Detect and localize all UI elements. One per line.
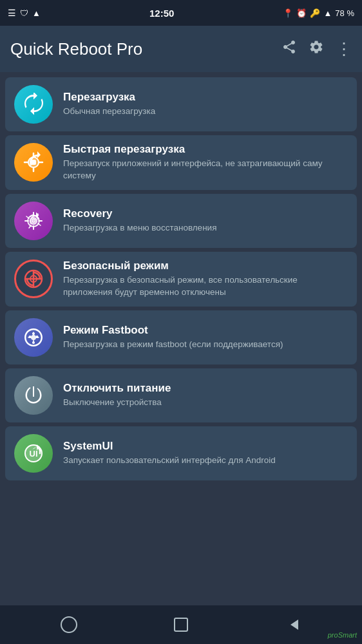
share-button[interactable] xyxy=(281,39,297,59)
systemui-item[interactable]: UI SystemUI Запускает пользовательский и… xyxy=(5,426,357,480)
svg-point-9 xyxy=(31,335,36,340)
status-time: 12:50 xyxy=(149,8,174,19)
battery-text: 78 % xyxy=(335,8,354,18)
power-off-title: Отключить питание xyxy=(63,382,348,395)
more-options-button[interactable]: ⋮ xyxy=(336,39,352,59)
back-button[interactable] xyxy=(279,611,307,639)
status-bar: ☰ 🛡 ▲ 12:50 📍 ⏰ 🔑 ▲ 78 % xyxy=(0,0,362,26)
svg-text:⚙: ⚙ xyxy=(31,218,36,224)
status-left-icons: ☰ 🛡 ▲ xyxy=(8,8,41,18)
location-icon: 📍 xyxy=(283,8,293,18)
shield-icon: 🛡 xyxy=(20,8,28,18)
reboot-desc: Обычная перезагрузка xyxy=(63,106,348,118)
recovery-text: Recovery Перезагрузка в меню восстановле… xyxy=(63,207,348,234)
power-off-text: Отключить питание Выключение устройства xyxy=(63,382,348,409)
settings-button[interactable] xyxy=(309,39,324,59)
fastboot-icon xyxy=(14,318,53,357)
wifi-icon: ▲ xyxy=(32,8,41,18)
recovery-desc: Перезагрузка в меню восстановления xyxy=(63,222,348,234)
fast-reboot-icon xyxy=(14,143,53,182)
signal-icon: ▲ xyxy=(323,8,332,18)
safe-mode-desc: Перезагрузка в безопасный режим, все пол… xyxy=(63,274,348,299)
svg-marker-15 xyxy=(291,620,298,630)
power-off-icon xyxy=(14,376,53,415)
fastboot-title: Режим Fastboot xyxy=(63,324,348,337)
svg-rect-14 xyxy=(175,618,187,631)
fast-reboot-title: Быстрая перезагрузка xyxy=(63,143,348,156)
systemui-icon: UI xyxy=(14,434,53,473)
reboot-title: Перезагрузка xyxy=(63,91,348,104)
reboot-icon xyxy=(14,85,53,124)
recents-button[interactable] xyxy=(167,611,195,639)
prosmart-watermark: proSmart xyxy=(328,631,357,639)
recovery-item[interactable]: ⚙ Recovery Перезагрузка в меню восстанов… xyxy=(5,194,357,248)
svg-point-13 xyxy=(61,617,77,632)
reboot-item[interactable]: Перезагрузка Обычная перезагрузка xyxy=(5,77,357,131)
fast-reboot-text: Быстрая перезагрузка Перезапуск приложен… xyxy=(63,143,348,182)
menu-content: Перезагрузка Обычная перезагрузка Быстра… xyxy=(0,72,362,605)
menu-icon: ☰ xyxy=(8,8,16,18)
systemui-text: SystemUI Запускает пользовательский инте… xyxy=(63,440,348,467)
systemui-desc: Запускает пользовательский интерфейс для… xyxy=(63,455,348,467)
safe-mode-icon xyxy=(14,260,53,298)
power-off-item[interactable]: Отключить питание Выключение устройства xyxy=(5,368,357,422)
power-off-desc: Выключение устройства xyxy=(63,397,348,409)
recovery-icon: ⚙ xyxy=(14,202,53,240)
header-action-icons: ⋮ xyxy=(281,39,352,59)
safe-mode-title: Безопасный режим xyxy=(63,260,348,272)
app-header: Quick Reboot Pro ⋮ xyxy=(0,26,362,72)
systemui-title: SystemUI xyxy=(63,440,348,453)
fast-reboot-item[interactable]: Быстрая перезагрузка Перезапуск приложен… xyxy=(5,135,357,190)
bottom-navigation: proSmart xyxy=(0,605,362,644)
recovery-title: Recovery xyxy=(63,207,348,220)
app-title: Quick Reboot Pro xyxy=(10,39,274,59)
fastboot-item[interactable]: Режим Fastboot Перезагрузка в режим fast… xyxy=(5,310,357,365)
alarm-icon: ⏰ xyxy=(296,8,307,18)
fastboot-desc: Перезагрузка в режим fastboot (если подд… xyxy=(63,339,348,351)
status-right-icons: 📍 ⏰ 🔑 ▲ 78 % xyxy=(283,8,354,18)
svg-text:UI: UI xyxy=(30,449,38,459)
home-button[interactable] xyxy=(55,611,83,639)
reboot-text: Перезагрузка Обычная перезагрузка xyxy=(63,91,348,118)
fast-reboot-desc: Перезапуск приложений и интерфейса, не з… xyxy=(63,158,348,182)
key-icon: 🔑 xyxy=(310,8,320,18)
safe-mode-text: Безопасный режим Перезагрузка в безопасн… xyxy=(63,260,348,299)
safe-mode-item[interactable]: Безопасный режим Перезагрузка в безопасн… xyxy=(5,252,357,307)
fastboot-text: Режим Fastboot Перезагрузка в режим fast… xyxy=(63,324,348,351)
